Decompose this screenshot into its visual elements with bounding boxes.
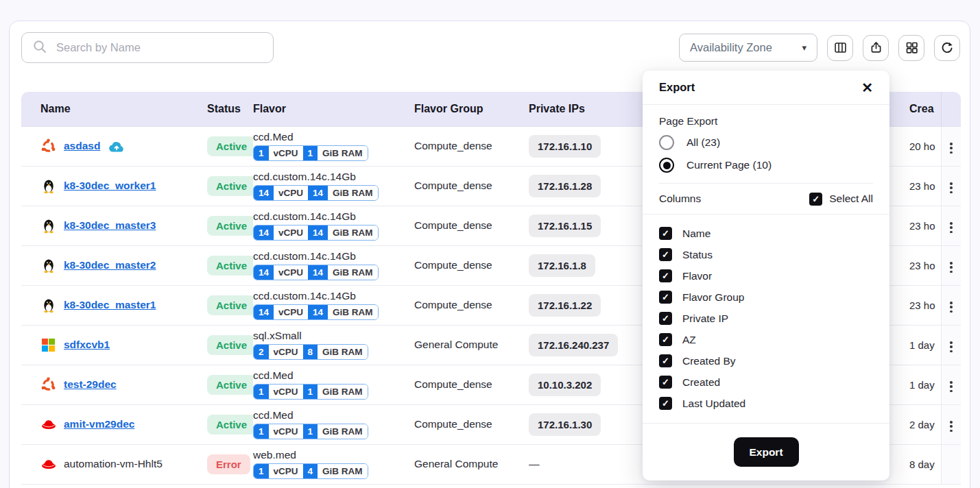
row-menu-button[interactable] [946, 140, 957, 156]
instance-name-link[interactable]: k8-30dec_master1 [64, 299, 156, 311]
export-column-option[interactable]: ✓ Flavor [659, 265, 873, 286]
flavor-name: web.med [253, 449, 414, 461]
vcpu-count: 1 [254, 146, 269, 161]
checkbox-checked-icon[interactable]: ✓ [659, 227, 672, 240]
radio-option-current-page[interactable]: Current Page (10) [659, 158, 873, 173]
flavor-spec-chip: 14vCPU14GiB RAM [253, 185, 379, 202]
export-icon [869, 40, 883, 55]
export-modal: Export ✕ Page Export All (23) Current Pa… [643, 71, 889, 480]
instance-name-link[interactable]: amit-vm29dec [64, 418, 134, 430]
checkbox-checked-icon[interactable]: ✓ [659, 248, 672, 261]
private-ip-chip: 172.16.240.237 [529, 334, 618, 356]
page-export-label: Page Export [659, 115, 873, 127]
flavor-group: Compute_dense [414, 219, 492, 231]
close-icon[interactable]: ✕ [861, 81, 873, 95]
ram-count: 14 [308, 265, 328, 280]
ram-label: GiB RAM [328, 186, 378, 201]
vcpu-count: 1 [254, 424, 269, 439]
row-menu-button[interactable] [946, 378, 957, 395]
vcpu-count: 14 [254, 305, 274, 320]
linux-icon [40, 178, 56, 194]
export-column-option[interactable]: ✓ Name [659, 223, 873, 244]
export-column-option-label: Flavor [682, 270, 712, 282]
instance-name-link[interactable]: k8-30dec_master3 [64, 219, 156, 232]
export-column-option[interactable]: ✓ Created [659, 371, 873, 393]
search-input[interactable] [56, 41, 263, 54]
created-value: 1 day [909, 379, 935, 391]
export-column-option-label: Created [682, 376, 720, 389]
checkbox-checked-icon[interactable]: ✓ [659, 376, 672, 389]
checkbox-checked-icon[interactable]: ✓ [659, 269, 672, 282]
status-badge: Active [207, 295, 253, 315]
export-confirm-button[interactable]: Export [734, 437, 799, 467]
checkbox-checked-icon[interactable]: ✓ [809, 193, 822, 206]
row-menu-button[interactable] [946, 219, 957, 236]
row-menu-button[interactable] [946, 259, 957, 276]
flavor-group: Compute_dense [414, 259, 492, 271]
private-ip-chip: — [529, 458, 540, 470]
export-column-option[interactable]: ✓ AZ [659, 329, 873, 350]
checkbox-checked-icon[interactable]: ✓ [659, 354, 672, 367]
private-ip-chip: 172.16.1.30 [529, 413, 601, 436]
row-menu-button[interactable] [946, 299, 957, 315]
export-column-option[interactable]: ✓ Status [659, 244, 873, 265]
flavor-group: Compute_dense [414, 180, 492, 191]
vcpu-label: vCPU [274, 225, 308, 241]
row-menu-button[interactable] [946, 418, 957, 435]
instance-name-link[interactable]: asdasd [64, 140, 100, 152]
select-all-toggle[interactable]: ✓ Select All [809, 193, 873, 206]
status-badge: Active [207, 176, 253, 196]
radio-unselected-icon[interactable] [659, 135, 674, 150]
flavor-spec-chip: 1vCPU1GiB RAM [253, 424, 368, 440]
created-value: 2 day [909, 419, 935, 430]
windows-icon [40, 337, 56, 353]
ram-label: GiB RAM [318, 424, 368, 439]
export-column-option[interactable]: ✓ Private IP [659, 308, 873, 329]
columns-icon [833, 40, 848, 55]
flavor-group: General Compute [414, 458, 498, 469]
instance-name-link[interactable]: k8-30dec_worker1 [64, 180, 156, 192]
radio-selected-icon[interactable] [659, 158, 674, 173]
export-column-option-label: Flavor Group [682, 291, 744, 304]
flavor-name: ccd.custom.14c.14Gb [253, 171, 414, 183]
private-ip-chip: 172.16.1.15 [529, 215, 601, 237]
checkbox-checked-icon[interactable]: ✓ [659, 291, 672, 304]
flavor-spec-chip: 1vCPU1GiB RAM [253, 384, 368, 400]
flavor-name: ccd.Med [253, 369, 414, 382]
export-button[interactable] [863, 35, 889, 61]
ram-count: 1 [303, 146, 318, 161]
linux-icon [40, 218, 56, 234]
flavor-name: ccd.custom.14c.14Gb [253, 290, 414, 302]
vcpu-label: vCPU [269, 345, 303, 360]
flavor-spec-chip: 1vCPU4GiB RAM [253, 463, 368, 480]
refresh-button[interactable] [934, 35, 960, 61]
ram-count: 14 [308, 186, 328, 201]
ram-label: GiB RAM [318, 345, 368, 360]
export-column-option[interactable]: ✓ Created By [659, 350, 873, 371]
export-column-option[interactable]: ✓ Flavor Group [659, 286, 873, 308]
ubuntu-icon [40, 377, 56, 393]
export-column-option[interactable]: ✓ Last Updated [659, 393, 873, 414]
checkbox-checked-icon[interactable]: ✓ [659, 397, 672, 410]
redhat-icon [40, 417, 56, 432]
private-ip-chip: 172.16.1.10 [529, 135, 601, 158]
ram-count: 1 [303, 424, 318, 439]
row-menu-button[interactable] [946, 339, 957, 355]
status-badge: Active [207, 375, 253, 395]
flavor-group: Compute_dense [414, 140, 492, 151]
instance-name-link[interactable]: sdfxcvb1 [64, 339, 110, 351]
export-modal-title: Export [659, 81, 695, 94]
grid-view-button[interactable] [898, 35, 924, 61]
row-menu-button[interactable] [946, 180, 957, 196]
radio-option-all[interactable]: All (23) [659, 135, 873, 150]
flavor-name: sql.xSmall [253, 330, 414, 342]
vcpu-label: vCPU [274, 265, 308, 280]
checkbox-checked-icon[interactable]: ✓ [659, 333, 672, 346]
flavor-group: Compute_dense [414, 418, 492, 430]
instance-name-link[interactable]: k8-30dec_master2 [64, 259, 156, 271]
columns-view-button[interactable] [827, 35, 853, 61]
instance-name-link[interactable]: test-29dec [64, 378, 117, 391]
ubuntu-icon [40, 138, 56, 154]
checkbox-checked-icon[interactable]: ✓ [659, 312, 672, 325]
availability-zone-filter[interactable]: Availability Zone ▾ [679, 34, 817, 62]
